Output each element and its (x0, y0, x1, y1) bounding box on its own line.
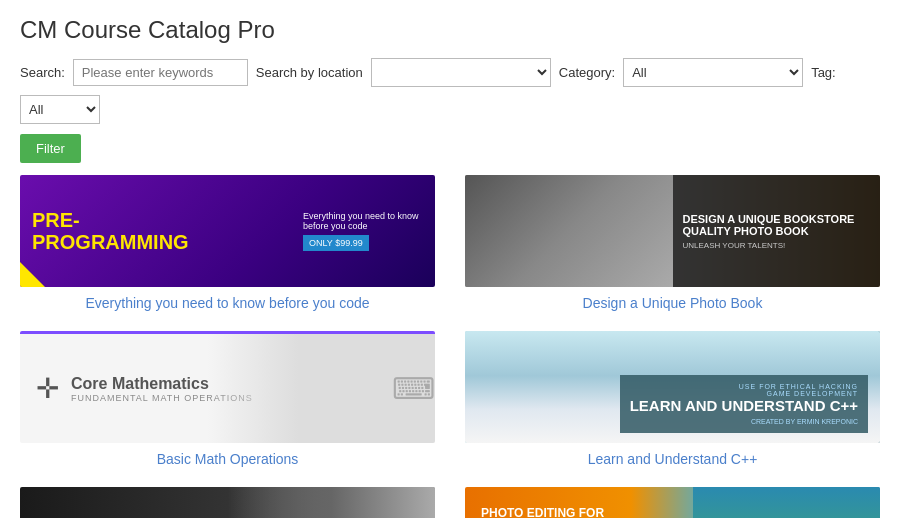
course-thumb-preprog[interactable]: PRE-PROGRAMMING Everything you need to k… (20, 175, 435, 287)
iphoto-title: PHOTO EDITING FOR PHOTOGRAPHERS (481, 506, 641, 518)
photobook-sub: UNLEASH YOUR TALENTS! (683, 241, 871, 250)
photobook-title: DESIGN A UNIQUE BOOKSTOREQUALITY PHOTO B… (683, 213, 871, 237)
search-bar: Search: Search by location Category: All… (20, 58, 880, 124)
keyboard-icon: ⌨ (392, 371, 435, 406)
course-thumb-photobook[interactable]: DESIGN A UNIQUE BOOKSTOREQUALITY PHOTO B… (465, 175, 880, 287)
cpp-by: CREATED BY ERMIN KREPONIC (630, 418, 858, 425)
course-thumb-iphoto[interactable]: PHOTO EDITING FOR PHOTOGRAPHERS Your com… (465, 487, 880, 518)
search-input[interactable] (73, 59, 248, 86)
course-thumb-math[interactable]: ✛ Core Mathematics FUNDAMENTAL MATH OPER… (20, 331, 435, 443)
iphoto-tree: 🌳 (693, 487, 880, 518)
course-title-cpp[interactable]: Learn and Understand C++ (588, 451, 758, 467)
cpp-sub2: GAME DEVELOPMENT (630, 390, 858, 397)
search-label: Search: (20, 65, 65, 80)
category-label: Category: (559, 65, 615, 80)
iphoto-left: PHOTO EDITING FOR PHOTOGRAPHERS Your com… (481, 506, 641, 518)
course-title-photobook[interactable]: Design a Unique Photo Book (583, 295, 763, 311)
course-title-math[interactable]: Basic Math Operations (157, 451, 299, 467)
course-card-python: LEARN PYTHON PROGRAMMING MASTERCLASS Lea… (20, 487, 435, 518)
course-card-preprog: PRE-PROGRAMMING Everything you need to k… (20, 175, 435, 311)
course-card-cpp: USE FOR ETHICAL HACKING GAME DEVELOPMENT… (465, 331, 880, 467)
location-label: Search by location (256, 65, 363, 80)
photobook-right: DESIGN A UNIQUE BOOKSTOREQUALITY PHOTO B… (673, 175, 881, 287)
course-card-iphoto: PHOTO EDITING FOR PHOTOGRAPHERS Your com… (465, 487, 880, 518)
page-title: CM Course Catalog Pro (20, 16, 880, 44)
tag-label: Tag: (811, 65, 836, 80)
tag-select[interactable]: All (20, 95, 100, 124)
course-card-photobook: DESIGN A UNIQUE BOOKSTOREQUALITY PHOTO B… (465, 175, 880, 311)
math-icon: ✛ (36, 372, 59, 405)
math-right-img: ⌨ (207, 334, 435, 443)
course-grid: PRE-PROGRAMMING Everything you need to k… (20, 175, 880, 518)
photobook-left (465, 175, 673, 287)
category-select[interactable]: All (623, 58, 803, 87)
course-thumb-cpp[interactable]: USE FOR ETHICAL HACKING GAME DEVELOPMENT… (465, 331, 880, 443)
python-overlay (228, 487, 436, 518)
cpp-title: LEARN AND UNDERSTAND C++ (630, 397, 858, 414)
filter-button[interactable]: Filter (20, 134, 81, 163)
preprog-desc: Everything you need to know before you c… (303, 211, 423, 251)
course-title-preprog[interactable]: Everything you need to know before you c… (85, 295, 369, 311)
preprog-title: PRE-PROGRAMMING (32, 209, 189, 253)
cpp-sub1: USE FOR ETHICAL HACKING (630, 383, 858, 390)
course-card-math: ✛ Core Mathematics FUNDAMENTAL MATH OPER… (20, 331, 435, 467)
course-thumb-python[interactable]: LEARN PYTHON PROGRAMMING MASTERCLASS (20, 487, 435, 518)
cpp-text-area: USE FOR ETHICAL HACKING GAME DEVELOPMENT… (620, 375, 868, 433)
location-select[interactable] (371, 58, 551, 87)
